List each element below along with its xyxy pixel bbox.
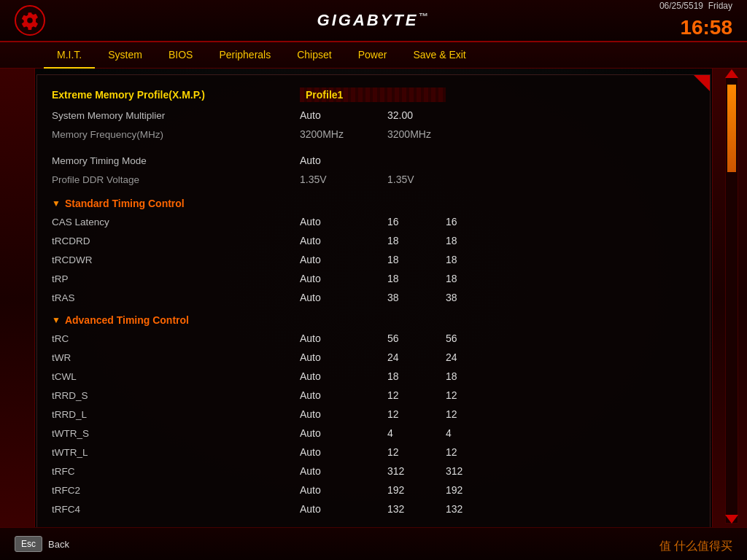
header: GIGABYTE™ 06/25/5519 Friday 16:58 <box>0 0 747 42</box>
row-trrd-l[interactable]: tRRD_L Auto 12 12 <box>52 405 688 424</box>
row-tcwl[interactable]: tCWL Auto 18 18 <box>52 367 688 386</box>
trp-val2: 18 <box>387 273 446 284</box>
row-twr[interactable]: tWR Auto 24 24 <box>52 348 688 367</box>
tcwl-val3: 18 <box>446 370 504 382</box>
twr-val2: 24 <box>387 351 446 363</box>
tras-label: tRAS <box>52 292 300 303</box>
trfc-label: tRFC <box>52 466 300 477</box>
spacer1 <box>52 144 688 151</box>
trc-val3: 56 <box>446 332 504 344</box>
nav-chipset[interactable]: Chipset <box>284 42 344 69</box>
row-trcdrd[interactable]: tRCDRD Auto 18 18 <box>52 231 688 250</box>
scrollbar-thumb[interactable] <box>727 85 736 172</box>
trfc2-val1: Auto <box>300 484 387 496</box>
trrd-s-val2: 12 <box>387 389 446 401</box>
datetime: 06/25/5519 Friday 16:58 <box>659 0 732 42</box>
trcdrd-val3: 18 <box>446 235 504 246</box>
tras-val2: 38 <box>387 292 446 303</box>
gear-icon <box>15 5 45 36</box>
row-mtm[interactable]: Memory Timing Mode Auto <box>52 151 688 170</box>
scrollbar-track[interactable] <box>725 77 738 524</box>
trfc-val3: 312 <box>446 465 504 477</box>
pddrv-label: Profile DDR Voltage <box>52 174 300 185</box>
row-trrd-s[interactable]: tRRD_S Auto 12 12 <box>52 386 688 405</box>
main-content: Extreme Memory Profile(X.M.P.) Profile1 … <box>36 74 711 551</box>
row-pddrv[interactable]: Profile DDR Voltage 1.35V 1.35V <box>52 170 688 189</box>
tcwl-val1: Auto <box>300 370 387 382</box>
trcdwr-val1: Auto <box>300 254 387 265</box>
row-trfc4[interactable]: tRFC4 Auto 132 132 <box>52 499 688 518</box>
twtr-l-val1: Auto <box>300 446 387 458</box>
corner-decoration <box>694 75 710 91</box>
tras-val3: 38 <box>446 292 504 303</box>
row-twtr-s[interactable]: tWTR_S Auto 4 4 <box>52 424 688 443</box>
back-label: Back <box>48 539 69 550</box>
twr-val1: Auto <box>300 351 387 363</box>
row-mfreq[interactable]: Memory Frequency(MHz) 3200MHz 3200MHz <box>52 125 688 144</box>
footer: Esc Back <box>0 527 747 560</box>
triangle-icon: ▼ <box>52 198 61 209</box>
trrd-l-val1: Auto <box>300 408 387 420</box>
trrd-l-label: tRRD_L <box>52 409 300 420</box>
trcdwr-val3: 18 <box>446 254 504 265</box>
mfreq-label: Memory Frequency(MHz) <box>52 129 300 140</box>
trcdrd-label: tRCDRD <box>52 236 300 246</box>
twr-label: tWR <box>52 352 300 363</box>
xmp-value: Profile1 <box>300 88 446 102</box>
cas-val1: Auto <box>300 216 387 228</box>
nav-save-exit[interactable]: Save & Exit <box>400 42 479 69</box>
nav-system[interactable]: System <box>95 42 155 69</box>
nav-bar: M.I.T. System BIOS Peripherals Chipset P… <box>0 42 747 69</box>
trfc2-val3: 192 <box>446 484 504 496</box>
settings-table: Extreme Memory Profile(X.M.P.) Profile1 … <box>52 84 688 518</box>
standard-timing-header[interactable]: ▼ Standard Timing Control <box>52 193 688 212</box>
adv-triangle-icon: ▼ <box>52 315 61 325</box>
trrd-l-val3: 12 <box>446 408 504 420</box>
cas-val3: 16 <box>446 216 504 228</box>
nav-power[interactable]: Power <box>345 42 400 69</box>
nav-peripherals[interactable]: Peripherals <box>206 42 284 69</box>
twr-val3: 24 <box>446 351 504 363</box>
nav-mit[interactable]: M.I.T. <box>44 42 95 69</box>
row-trfc2[interactable]: tRFC2 Auto 192 192 <box>52 481 688 499</box>
date-text: 06/25/5519 Friday <box>659 1 732 11</box>
row-trc[interactable]: tRC Auto 56 56 <box>52 329 688 348</box>
trp-val1: Auto <box>300 273 387 284</box>
trfc2-val2: 192 <box>387 484 446 496</box>
trcdrd-val2: 18 <box>387 235 446 246</box>
row-twtr-l[interactable]: tWTR_L Auto 12 12 <box>52 443 688 462</box>
mfreq-val2: 3200MHz <box>387 128 446 140</box>
nav-bios[interactable]: BIOS <box>155 42 206 69</box>
pddrv-val2: 1.35V <box>387 174 446 185</box>
trrd-s-val3: 12 <box>446 389 504 401</box>
trfc2-label: tRFC2 <box>52 485 300 496</box>
twtr-l-val2: 12 <box>387 446 446 458</box>
trc-val2: 56 <box>387 332 446 344</box>
smm-label: System Memory Multiplier <box>52 110 300 121</box>
left-decoration <box>0 69 35 528</box>
trrd-s-val1: Auto <box>300 389 387 401</box>
row-cas[interactable]: CAS Latency Auto 16 16 <box>52 212 688 231</box>
xmp-row[interactable]: Extreme Memory Profile(X.M.P.) Profile1 <box>52 84 688 106</box>
trrd-s-label: tRRD_S <box>52 390 300 401</box>
mtm-label: Memory Timing Mode <box>52 155 300 166</box>
row-trfc[interactable]: tRFC Auto 312 312 <box>52 462 688 481</box>
row-smm[interactable]: System Memory Multiplier Auto 32.00 <box>52 106 688 125</box>
gear-svg <box>20 11 39 30</box>
trp-val3: 18 <box>446 273 504 284</box>
twtr-s-val1: Auto <box>300 427 387 439</box>
twtr-s-val2: 4 <box>387 427 446 439</box>
row-tras[interactable]: tRAS Auto 38 38 <box>52 288 688 307</box>
twtr-s-val3: 4 <box>446 427 504 439</box>
esc-button[interactable]: Esc <box>15 536 42 552</box>
trp-label: tRP <box>52 273 300 284</box>
tcwl-val2: 18 <box>387 370 446 382</box>
trc-val1: Auto <box>300 332 387 344</box>
mtm-val1: Auto <box>300 155 387 166</box>
row-trcdwr[interactable]: tRCDWR Auto 18 18 <box>52 250 688 269</box>
advanced-timing-header[interactable]: ▼ Advanced Timing Control <box>52 310 688 329</box>
row-trp[interactable]: tRP Auto 18 18 <box>52 269 688 288</box>
twtr-s-label: tWTR_S <box>52 428 300 439</box>
xmp-label: Extreme Memory Profile(X.M.P.) <box>52 89 300 101</box>
trfc4-label: tRFC4 <box>52 504 300 515</box>
